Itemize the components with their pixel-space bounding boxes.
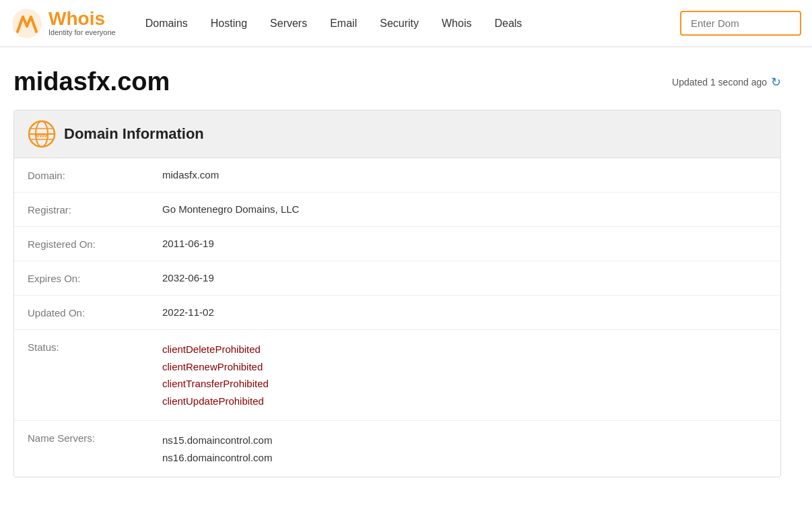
card-header-title: Domain Information xyxy=(64,125,204,143)
updated-text: Updated 1 second ago xyxy=(672,77,767,88)
status-line-1: clientDeleteProhibited xyxy=(162,341,767,358)
domain-header: midasfx.com Updated 1 second ago ↻ xyxy=(13,67,781,96)
table-row: Name Servers: ns15.domaincontrol.com ns1… xyxy=(14,421,780,477)
ns-line-2: ns16.domaincontrol.com xyxy=(162,449,767,467)
label-name-servers: Name Servers: xyxy=(28,432,162,444)
value-registrar: Go Montenegro Domains, LLC xyxy=(162,203,767,215)
value-domain: midasfx.com xyxy=(162,169,767,180)
ns-line-1: ns15.domaincontrol.com xyxy=(162,432,767,449)
table-row: Expires On: 2032-06-19 xyxy=(14,261,780,296)
nav-item-domains[interactable]: Domains xyxy=(136,12,197,35)
value-expires-on: 2032-06-19 xyxy=(162,272,767,284)
updated-info: Updated 1 second ago ↻ xyxy=(672,75,781,90)
table-row: Domain: midasfx.com xyxy=(14,158,780,193)
search-input[interactable] xyxy=(680,11,801,36)
table-row: Registrar: Go Montenegro Domains, LLC xyxy=(14,193,780,227)
card-header: www Domain Information xyxy=(14,110,780,158)
www-icon: www xyxy=(28,120,56,148)
nav-item-security[interactable]: Security xyxy=(370,12,428,35)
status-line-2: clientRenewProhibited xyxy=(162,358,767,376)
logo-link[interactable]: Whois Identity for everyone xyxy=(11,7,116,40)
label-registered-on: Registered On: xyxy=(28,238,162,250)
label-expires-on: Expires On: xyxy=(28,272,162,284)
nav-item-email[interactable]: Email xyxy=(320,12,366,35)
domain-title: midasfx.com xyxy=(13,67,170,96)
label-domain: Domain: xyxy=(28,169,162,181)
label-updated-on: Updated On: xyxy=(28,306,162,319)
nav-item-servers[interactable]: Servers xyxy=(261,12,316,35)
logo-tagline-text: Identity for everyone xyxy=(48,28,116,37)
nav-item-whois[interactable]: Whois xyxy=(432,12,481,35)
logo-whois-text: Whois xyxy=(48,9,116,28)
status-line-3: clientTransferProhibited xyxy=(162,375,767,393)
nav-item-deals[interactable]: Deals xyxy=(485,12,531,35)
nav-item-hosting[interactable]: Hosting xyxy=(201,12,257,35)
table-row: Updated On: 2022-11-02 xyxy=(14,296,780,330)
search-wrap xyxy=(680,11,801,36)
label-status: Status: xyxy=(28,341,162,353)
domain-info-card: www Domain Information Domain: midasfx.c… xyxy=(13,110,781,477)
value-status: clientDeleteProhibited clientRenewProhib… xyxy=(162,341,767,409)
logo-icon xyxy=(11,7,43,40)
table-row: Registered On: 2011-06-19 xyxy=(14,227,780,261)
label-registrar: Registrar: xyxy=(28,203,162,215)
nav-links: Domains Hosting Servers Email Security W… xyxy=(136,12,680,35)
table-row: Status: clientDeleteProhibited clientRen… xyxy=(14,330,780,421)
value-registered-on: 2011-06-19 xyxy=(162,238,767,249)
status-line-4: clientUpdateProhibited xyxy=(162,393,767,410)
value-name-servers: ns15.domaincontrol.com ns16.domaincontro… xyxy=(162,432,767,466)
refresh-icon[interactable]: ↻ xyxy=(771,75,781,90)
svg-text:www: www xyxy=(34,132,49,139)
navbar: Whois Identity for everyone Domains Host… xyxy=(0,0,812,47)
value-updated-on: 2022-11-02 xyxy=(162,306,767,318)
main-content: midasfx.com Updated 1 second ago ↻ www D… xyxy=(0,47,794,491)
